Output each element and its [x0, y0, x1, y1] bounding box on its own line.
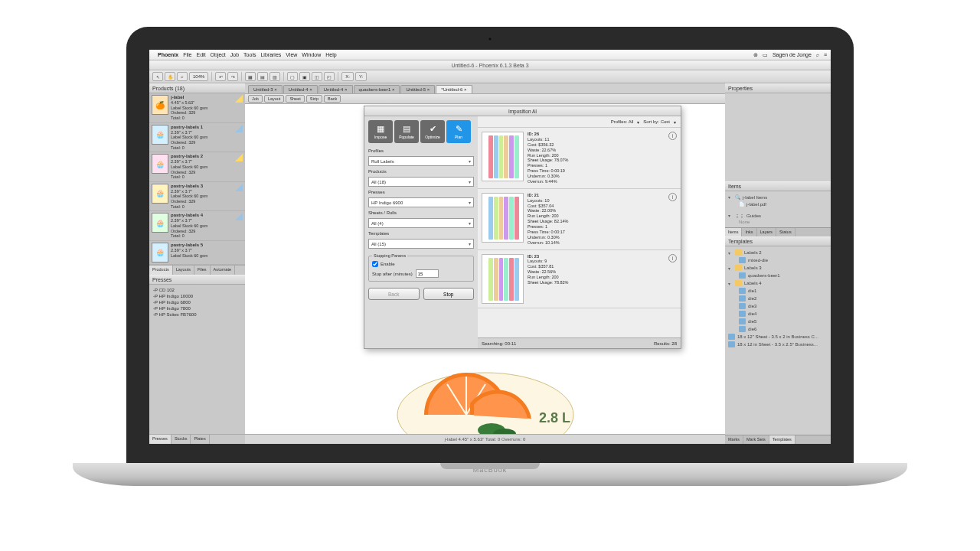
back-button[interactable]: Back	[368, 288, 420, 300]
search-icon[interactable]: ⌕	[816, 52, 819, 57]
product-row[interactable]: 🧁pastry-labels 42.39" x 3.7"Label Stock …	[149, 211, 245, 241]
doc-tab-active[interactable]: *Untitled-6 ×	[436, 85, 472, 93]
sortby-filter[interactable]: Sort by: Cost	[643, 119, 670, 124]
mode-plan[interactable]: ✎Plan	[446, 120, 471, 143]
tool-c[interactable]: ▥	[270, 72, 280, 81]
tool-d[interactable]: ▢	[287, 72, 298, 81]
tab-templates[interactable]: Templates	[769, 435, 795, 444]
press-row[interactable]: -P HP Indigo 6800	[152, 299, 243, 305]
tool-g[interactable]: ◰	[324, 72, 335, 81]
subbar-back[interactable]: Back	[324, 95, 341, 103]
tree-row[interactable]: 📄 j-label.pdf	[728, 201, 828, 207]
info-icon[interactable]: i	[668, 132, 677, 140]
subbar-layout[interactable]: Layout	[264, 95, 285, 103]
tool-e[interactable]: ▣	[299, 72, 310, 81]
tab-files[interactable]: Files	[194, 266, 211, 275]
mode-populate[interactable]: ▤Populate	[394, 120, 419, 143]
sheets-select[interactable]: All (4)	[368, 218, 474, 228]
tree-row[interactable]: die1	[728, 287, 828, 295]
menu-view[interactable]: View	[286, 52, 297, 57]
menu-edit[interactable]: Edit	[197, 52, 206, 57]
products-select[interactable]: All (18)	[368, 177, 474, 187]
tool-hand[interactable]: ✋	[165, 72, 175, 81]
doc-tab[interactable]: Untitled-4 ×	[318, 85, 353, 93]
tab-status[interactable]: Status	[776, 228, 795, 236]
imposition-ai-panel[interactable]: Imposition AI ▦Impose ▤Populate ✔Optimiz…	[364, 106, 681, 349]
result-row[interactable]: ID: 26Layouts: 11Cost: $356.32Waste: 22.…	[478, 128, 681, 189]
tab-layers[interactable]: Layers	[757, 228, 777, 236]
tree-row[interactable]: 18 x 12 in Sheet - 3.5 x 2.5" Business..…	[728, 341, 828, 348]
product-row[interactable]: 🍊j-label4.45" x 5.63"Label Stock 60 gsmO…	[149, 93, 245, 123]
tool-x[interactable]: X:	[341, 72, 354, 81]
wifi-icon[interactable]: ⊚	[753, 52, 758, 58]
tab-plates[interactable]: Plates	[191, 435, 209, 444]
tree-row[interactable]: die4	[728, 310, 828, 318]
tool-undo[interactable]: ↶	[215, 72, 226, 81]
info-icon[interactable]: i	[668, 254, 677, 262]
templates-select[interactable]: All (15)	[368, 239, 474, 249]
subbar-sheet[interactable]: Sheet	[286, 95, 304, 103]
doc-tab[interactable]: Untitled-4 ×	[283, 85, 318, 93]
enable-checkbox[interactable]: Enable	[372, 261, 470, 267]
tree-row[interactable]: ▾Labels 4	[728, 279, 828, 287]
doc-tab[interactable]: Untitled-3 ×	[248, 85, 283, 93]
tree-row[interactable]: mixed-die	[728, 256, 828, 264]
stopafter-input[interactable]	[416, 269, 439, 278]
tab-presses[interactable]: Presses	[149, 435, 172, 444]
product-row[interactable]: 🧁pastry-labels 32.39" x 3.7"Label Stock …	[149, 182, 245, 212]
info-icon[interactable]: i	[668, 193, 677, 201]
result-row[interactable]: ID: 21Layouts: 10Cost: $357.04Waste: 22.…	[478, 189, 681, 250]
tab-products[interactable]: Products	[149, 266, 173, 275]
profiles-filter[interactable]: Profiles: All	[611, 119, 634, 124]
press-row[interactable]: -P CD 102	[152, 287, 243, 293]
product-row[interactable]: 🧁pastry-labels 22.39" x 3.7"Label Stock …	[149, 152, 245, 182]
tree-row[interactable]: ▾🔍 j-label Items	[728, 194, 828, 201]
tab-marksets[interactable]: Mark Sets	[743, 435, 769, 444]
tool-f[interactable]: ◫	[312, 72, 322, 81]
tree-row[interactable]: 18 x 12" Sheet - 3.5 x 2 in Business C..…	[728, 333, 828, 341]
menu-window[interactable]: Window	[302, 52, 321, 57]
presses-select[interactable]: HP Indigo 6900	[368, 197, 474, 207]
subbar-strip[interactable]: Strip	[306, 95, 322, 103]
tab-items[interactable]: Items	[725, 228, 742, 236]
doc-tab[interactable]: Untitled-5 ×	[400, 85, 435, 93]
menu-job[interactable]: Job	[230, 52, 239, 57]
mode-impose[interactable]: ▦Impose	[368, 120, 393, 143]
tree-row[interactable]: die3	[728, 302, 828, 310]
menu-object[interactable]: Object	[211, 52, 226, 57]
battery-icon[interactable]: ▭	[763, 52, 768, 58]
tab-stocks[interactable]: Stocks	[172, 435, 191, 444]
subbar-job[interactable]: Job	[248, 95, 263, 103]
tool-y[interactable]: Y:	[355, 72, 367, 81]
tree-row[interactable]: die2	[728, 295, 828, 302]
product-row[interactable]: 🧁pastry-labels 12.39" x 3.7"Label Stock …	[149, 123, 245, 153]
zoom-value[interactable]: 104%	[189, 72, 208, 81]
tab-layouts[interactable]: Layouts	[173, 266, 194, 275]
tree-row[interactable]: ▾Labels 3	[728, 264, 828, 272]
tool-arrow[interactable]: ↖	[152, 72, 163, 81]
notif-icon[interactable]: ≡	[824, 52, 827, 57]
profiles-select[interactable]: Roll Labels	[368, 156, 474, 166]
mode-optimize[interactable]: ✔Optimize	[420, 120, 445, 143]
tree-row[interactable]: ▾⋮⋮ Guides	[728, 212, 828, 219]
tool-redo[interactable]: ↷	[227, 72, 238, 81]
tool-a[interactable]: ▦	[245, 72, 256, 81]
press-row[interactable]: -P HP Indigo 10000	[152, 293, 243, 299]
product-row[interactable]: 🧁pastry-labels 52.39" x 3.7"Label Stock …	[149, 241, 245, 265]
tab-automate[interactable]: Automate	[211, 266, 236, 275]
doc-tab[interactable]: quackers-beer1 ×	[354, 85, 400, 93]
stop-button[interactable]: Stop	[423, 288, 475, 300]
canvas[interactable]: 2.8 L Imposition AI ▦Impose ▤Populate	[245, 104, 725, 434]
menu-file[interactable]: File	[183, 52, 191, 57]
result-row[interactable]: ID: 23Layouts: 9Cost: $357.81Waste: 22.5…	[478, 250, 681, 308]
tree-row[interactable]: die6	[728, 325, 828, 333]
menu-tools[interactable]: Tools	[243, 52, 256, 57]
menu-libraries[interactable]: Libraries	[260, 52, 281, 57]
tab-inks[interactable]: Inks	[742, 228, 756, 236]
tree-row[interactable]: die5	[728, 318, 828, 325]
menu-help[interactable]: Help	[325, 52, 336, 57]
user-menu[interactable]: Sagen de Jonge	[773, 52, 812, 57]
app-menu[interactable]: Phoenix	[158, 52, 178, 57]
tool-zoom[interactable]: ⌕	[177, 72, 188, 81]
press-row[interactable]: -P HP Indigo 7800	[152, 305, 243, 311]
